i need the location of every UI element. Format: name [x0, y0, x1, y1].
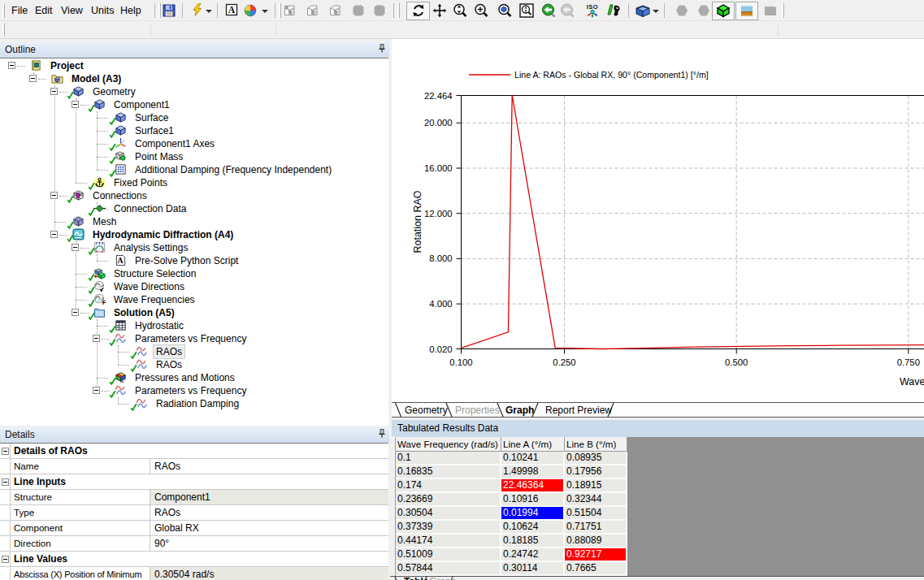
svg-text:Properties: Properties	[455, 405, 500, 416]
svg-text:Report Preview: Report Preview	[545, 405, 612, 416]
svg-text:22.464: 22.464	[424, 91, 453, 101]
svg-text:0.500: 0.500	[725, 357, 748, 367]
svg-text:Geometry: Geometry	[405, 405, 448, 416]
svg-text:4.000: 4.000	[429, 299, 452, 309]
svg-text:Rotation RAO: Rotation RAO	[412, 190, 423, 253]
svg-text:8.000: 8.000	[429, 253, 452, 263]
svg-text:Graph: Graph	[429, 576, 456, 580]
svg-text:Table: Table	[404, 576, 429, 580]
svg-text:Wave Frequency (rad/s): Wave Frequency (rad/s)	[900, 376, 924, 387]
svg-text:0.250: 0.250	[553, 357, 575, 367]
svg-text:Graph: Graph	[505, 405, 534, 416]
svg-text:0.750: 0.750	[897, 357, 920, 367]
svg-text:Line A: RAOs - Global RX, 90°: Line A: RAOs - Global RX, 90° (Component…	[514, 70, 709, 80]
svg-text:20.000: 20.000	[424, 118, 453, 128]
svg-text:0.020: 0.020	[429, 344, 452, 354]
svg-text:12.000: 12.000	[424, 209, 453, 219]
svg-text:16.000: 16.000	[424, 163, 453, 173]
svg-text:0.100: 0.100	[449, 357, 472, 367]
